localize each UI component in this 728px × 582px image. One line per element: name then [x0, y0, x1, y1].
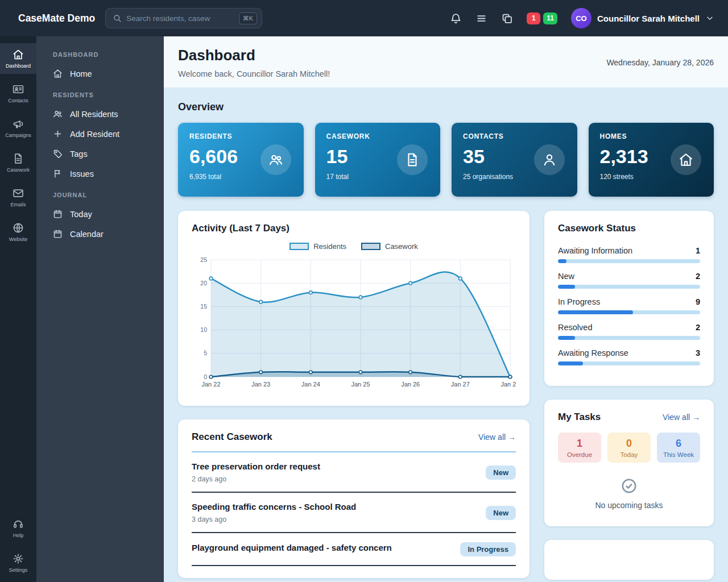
- rail-item-campaigns[interactable]: Campaigns: [0, 113, 36, 143]
- sidebar-item-tags[interactable]: Tags: [36, 144, 164, 164]
- copy-icon: [501, 13, 513, 24]
- stat-card[interactable]: CASEWORK 15 17 total: [315, 123, 441, 197]
- legend-label: Residents: [313, 242, 346, 251]
- chart-legend: Residents Casework: [192, 242, 516, 251]
- case-time: 2 days ago: [192, 475, 320, 483]
- status-bar-track: [558, 259, 700, 263]
- rail-item-settings[interactable]: Settings: [0, 547, 36, 578]
- bell-icon: [450, 13, 462, 24]
- global-search: ⌘K: [105, 8, 262, 28]
- app-body: Dashboard Contacts Campaigns Casework Em…: [0, 36, 728, 582]
- my-tasks-title: My Tasks: [558, 411, 601, 423]
- rail-item-website[interactable]: Website: [0, 217, 36, 247]
- sidebar-item-add-resident[interactable]: Add Resident: [36, 124, 164, 144]
- sidebar-section-residents: RESIDENTS All Residents Add Resident Tag…: [36, 84, 164, 184]
- sidebar-item-issues[interactable]: Issues: [36, 164, 164, 184]
- status-row: In Progress 9: [558, 297, 700, 314]
- tasks-button[interactable]: [501, 13, 513, 24]
- person-icon: [534, 144, 565, 175]
- status-count: 3: [696, 348, 700, 357]
- home-icon: [53, 69, 63, 78]
- page-date: Wednesday, January 28, 2026: [606, 58, 714, 67]
- partial-card: [544, 540, 714, 580]
- stat-cards: RESIDENTS 6,606 6,935 total CASEWORK 15 …: [178, 123, 714, 197]
- svg-text:Jan 23: Jan 23: [251, 381, 270, 388]
- search-shortcut-kbd: ⌘K: [239, 13, 257, 24]
- sidebar-item-all-residents[interactable]: All Residents: [36, 104, 164, 124]
- sidebar-item-label: Issues: [70, 169, 94, 178]
- stat-card[interactable]: RESIDENTS 6,606 6,935 total: [178, 123, 304, 197]
- page-header: Dashboard Welcome back, Councillor Sarah…: [164, 36, 728, 88]
- casework-list-item[interactable]: Tree preservation order request 2 days a…: [192, 452, 516, 493]
- case-title: Tree preservation order request: [192, 462, 320, 471]
- status-label: New: [558, 272, 574, 281]
- svg-text:Jan 24: Jan 24: [301, 381, 320, 388]
- rail-item-help[interactable]: Help: [0, 513, 36, 543]
- rail-item-emails[interactable]: Emails: [0, 182, 36, 213]
- stat-card[interactable]: HOMES 2,313 120 streets: [589, 123, 714, 197]
- green-count-badge[interactable]: 11: [543, 13, 557, 24]
- status-label: Awaiting Information: [558, 246, 632, 255]
- icon-rail: Dashboard Contacts Campaigns Casework Em…: [0, 36, 36, 582]
- rail-label: Website: [9, 236, 27, 242]
- stat-card[interactable]: CONTACTS 35 25 organisations: [452, 123, 577, 197]
- svg-text:20: 20: [200, 280, 207, 286]
- page-subtitle: Welcome back, Councillor Sarah Mitchell!: [178, 69, 330, 78]
- svg-text:Jan 26: Jan 26: [401, 381, 420, 388]
- section-title: JOURNAL: [36, 184, 164, 204]
- status-label: In Progress: [558, 297, 600, 306]
- user-menu[interactable]: CO Councillor Sarah Mitchell: [571, 8, 714, 28]
- task-stat-this-week[interactable]: 6 This Week: [657, 433, 700, 463]
- main-content: Dashboard Welcome back, Councillor Sarah…: [164, 36, 728, 582]
- recent-casework-title: Recent Casework: [192, 431, 272, 443]
- sidebar-item-label: Tags: [70, 149, 88, 159]
- status-bar-fill: [558, 285, 575, 289]
- my-tasks-card: My Tasks View all → 1 Overdue 0: [544, 400, 714, 526]
- user-name: Councillor Sarah Mitchell: [597, 14, 700, 23]
- people-icon: [260, 144, 291, 175]
- rail-label: Emails: [10, 202, 26, 207]
- recent-casework-view-all-link[interactable]: View all →: [478, 433, 516, 442]
- casework-list-item[interactable]: Playground equipment damaged - safety co…: [192, 533, 516, 566]
- notifications-button[interactable]: [450, 13, 462, 24]
- right-column: Casework Status Awaiting Information 1: [544, 211, 714, 580]
- stat-label: CASEWORK: [326, 132, 429, 140]
- rail-item-dashboard[interactable]: Dashboard: [0, 43, 36, 74]
- my-tasks-header: My Tasks View all →: [558, 411, 700, 423]
- stack-button[interactable]: [475, 13, 487, 24]
- tasks-empty-state: No upcoming tasks: [558, 477, 700, 510]
- rail-item-contacts[interactable]: Contacts: [0, 78, 36, 109]
- sidebar-section-journal: JOURNAL Today Calendar: [36, 184, 164, 244]
- dashboard-columns: Activity (Last 7 Days) Residents Casewor…: [178, 211, 714, 580]
- task-stats: 1 Overdue 0 Today 6 This Week: [558, 433, 700, 463]
- rail-spacer: [0, 251, 36, 513]
- legend-item-casework[interactable]: Casework: [361, 242, 418, 251]
- status-bar-fill: [558, 361, 583, 365]
- counter-badges: 1 11: [527, 13, 557, 24]
- activity-title: Activity (Last 7 Days): [192, 223, 516, 234]
- my-tasks-view-all-link[interactable]: View all →: [663, 413, 700, 422]
- casework-list-item[interactable]: Speeding traffic concerns - School Road …: [192, 493, 516, 533]
- rail-item-casework[interactable]: Casework: [0, 147, 36, 178]
- sidebar-item-home[interactable]: Home: [36, 64, 164, 84]
- task-stat-overdue[interactable]: 1 Overdue: [558, 433, 601, 463]
- contact-card-icon: [13, 84, 24, 95]
- task-stat-value: 6: [657, 438, 700, 450]
- svg-text:Jan 27: Jan 27: [451, 381, 470, 388]
- status-row: Awaiting Information 1: [558, 246, 700, 263]
- svg-text:Jan 25: Jan 25: [351, 381, 370, 388]
- task-stat-today[interactable]: 0 Today: [607, 433, 651, 463]
- sidebar-item-calendar[interactable]: Calendar: [36, 224, 164, 244]
- calendar-icon: [53, 209, 63, 219]
- sidebar-item-today[interactable]: Today: [36, 204, 164, 224]
- home-icon: [13, 49, 24, 60]
- flag-icon: [53, 169, 63, 178]
- status-label: Resolved: [558, 323, 592, 332]
- sidebar-item-label: Today: [70, 210, 92, 219]
- legend-item-residents[interactable]: Residents: [289, 242, 346, 251]
- search-input[interactable]: [126, 14, 234, 23]
- red-count-badge[interactable]: 1: [527, 13, 540, 24]
- task-stat-value: 1: [558, 438, 601, 450]
- task-stat-label: Today: [607, 451, 651, 458]
- app-title[interactable]: CaseMate Demo: [18, 13, 95, 24]
